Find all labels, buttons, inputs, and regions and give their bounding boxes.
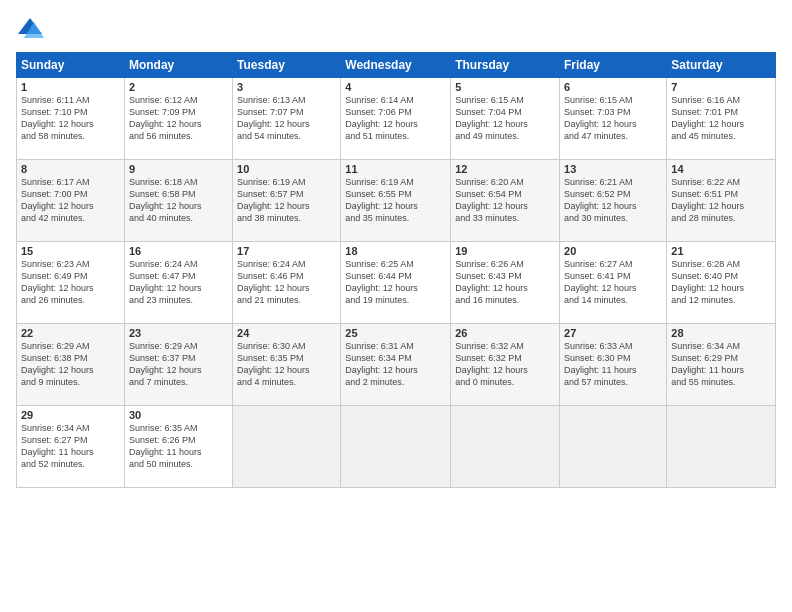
calendar-cell: 13Sunrise: 6:21 AMSunset: 6:52 PMDayligh… xyxy=(560,160,667,242)
calendar-cell: 26Sunrise: 6:32 AMSunset: 6:32 PMDayligh… xyxy=(451,324,560,406)
logo xyxy=(16,14,48,42)
calendar-cell: 2Sunrise: 6:12 AMSunset: 7:09 PMDaylight… xyxy=(124,78,232,160)
day-number: 16 xyxy=(129,245,228,257)
cell-info: Sunrise: 6:34 AMSunset: 6:27 PMDaylight:… xyxy=(21,422,120,471)
weekday-header-wednesday: Wednesday xyxy=(341,53,451,78)
calendar-cell: 18Sunrise: 6:25 AMSunset: 6:44 PMDayligh… xyxy=(341,242,451,324)
logo-icon xyxy=(16,14,44,42)
calendar-cell: 23Sunrise: 6:29 AMSunset: 6:37 PMDayligh… xyxy=(124,324,232,406)
calendar-week-5: 29Sunrise: 6:34 AMSunset: 6:27 PMDayligh… xyxy=(17,406,776,488)
day-number: 20 xyxy=(564,245,662,257)
calendar-cell xyxy=(341,406,451,488)
calendar-cell xyxy=(667,406,776,488)
cell-info: Sunrise: 6:29 AMSunset: 6:38 PMDaylight:… xyxy=(21,340,120,389)
cell-info: Sunrise: 6:25 AMSunset: 6:44 PMDaylight:… xyxy=(345,258,446,307)
cell-info: Sunrise: 6:34 AMSunset: 6:29 PMDaylight:… xyxy=(671,340,771,389)
cell-info: Sunrise: 6:21 AMSunset: 6:52 PMDaylight:… xyxy=(564,176,662,225)
calendar-cell: 25Sunrise: 6:31 AMSunset: 6:34 PMDayligh… xyxy=(341,324,451,406)
calendar-cell: 6Sunrise: 6:15 AMSunset: 7:03 PMDaylight… xyxy=(560,78,667,160)
day-number: 14 xyxy=(671,163,771,175)
calendar-cell: 9Sunrise: 6:18 AMSunset: 6:58 PMDaylight… xyxy=(124,160,232,242)
day-number: 9 xyxy=(129,163,228,175)
calendar-cell: 22Sunrise: 6:29 AMSunset: 6:38 PMDayligh… xyxy=(17,324,125,406)
calendar-cell: 7Sunrise: 6:16 AMSunset: 7:01 PMDaylight… xyxy=(667,78,776,160)
cell-info: Sunrise: 6:18 AMSunset: 6:58 PMDaylight:… xyxy=(129,176,228,225)
calendar-cell xyxy=(451,406,560,488)
cell-info: Sunrise: 6:14 AMSunset: 7:06 PMDaylight:… xyxy=(345,94,446,143)
day-number: 2 xyxy=(129,81,228,93)
weekday-header-tuesday: Tuesday xyxy=(233,53,341,78)
calendar-table: SundayMondayTuesdayWednesdayThursdayFrid… xyxy=(16,52,776,488)
day-number: 27 xyxy=(564,327,662,339)
calendar-cell: 16Sunrise: 6:24 AMSunset: 6:47 PMDayligh… xyxy=(124,242,232,324)
day-number: 3 xyxy=(237,81,336,93)
calendar-week-1: 1Sunrise: 6:11 AMSunset: 7:10 PMDaylight… xyxy=(17,78,776,160)
day-number: 30 xyxy=(129,409,228,421)
cell-info: Sunrise: 6:35 AMSunset: 6:26 PMDaylight:… xyxy=(129,422,228,471)
cell-info: Sunrise: 6:28 AMSunset: 6:40 PMDaylight:… xyxy=(671,258,771,307)
day-number: 5 xyxy=(455,81,555,93)
calendar-cell: 15Sunrise: 6:23 AMSunset: 6:49 PMDayligh… xyxy=(17,242,125,324)
calendar-cell xyxy=(233,406,341,488)
calendar-week-2: 8Sunrise: 6:17 AMSunset: 7:00 PMDaylight… xyxy=(17,160,776,242)
cell-info: Sunrise: 6:19 AMSunset: 6:57 PMDaylight:… xyxy=(237,176,336,225)
cell-info: Sunrise: 6:30 AMSunset: 6:35 PMDaylight:… xyxy=(237,340,336,389)
calendar-cell: 12Sunrise: 6:20 AMSunset: 6:54 PMDayligh… xyxy=(451,160,560,242)
calendar-cell: 27Sunrise: 6:33 AMSunset: 6:30 PMDayligh… xyxy=(560,324,667,406)
calendar-week-4: 22Sunrise: 6:29 AMSunset: 6:38 PMDayligh… xyxy=(17,324,776,406)
day-number: 10 xyxy=(237,163,336,175)
day-number: 7 xyxy=(671,81,771,93)
calendar-cell: 17Sunrise: 6:24 AMSunset: 6:46 PMDayligh… xyxy=(233,242,341,324)
calendar-cell: 4Sunrise: 6:14 AMSunset: 7:06 PMDaylight… xyxy=(341,78,451,160)
weekday-header-saturday: Saturday xyxy=(667,53,776,78)
weekday-header-sunday: Sunday xyxy=(17,53,125,78)
weekday-header-friday: Friday xyxy=(560,53,667,78)
day-number: 23 xyxy=(129,327,228,339)
day-number: 25 xyxy=(345,327,446,339)
cell-info: Sunrise: 6:22 AMSunset: 6:51 PMDaylight:… xyxy=(671,176,771,225)
calendar-cell: 19Sunrise: 6:26 AMSunset: 6:43 PMDayligh… xyxy=(451,242,560,324)
day-number: 26 xyxy=(455,327,555,339)
calendar-cell: 21Sunrise: 6:28 AMSunset: 6:40 PMDayligh… xyxy=(667,242,776,324)
day-number: 28 xyxy=(671,327,771,339)
calendar-week-3: 15Sunrise: 6:23 AMSunset: 6:49 PMDayligh… xyxy=(17,242,776,324)
header xyxy=(16,14,776,42)
day-number: 1 xyxy=(21,81,120,93)
calendar-cell: 20Sunrise: 6:27 AMSunset: 6:41 PMDayligh… xyxy=(560,242,667,324)
calendar-cell: 11Sunrise: 6:19 AMSunset: 6:55 PMDayligh… xyxy=(341,160,451,242)
day-number: 6 xyxy=(564,81,662,93)
calendar-cell: 1Sunrise: 6:11 AMSunset: 7:10 PMDaylight… xyxy=(17,78,125,160)
calendar-cell: 3Sunrise: 6:13 AMSunset: 7:07 PMDaylight… xyxy=(233,78,341,160)
cell-info: Sunrise: 6:17 AMSunset: 7:00 PMDaylight:… xyxy=(21,176,120,225)
day-number: 21 xyxy=(671,245,771,257)
calendar-cell: 8Sunrise: 6:17 AMSunset: 7:00 PMDaylight… xyxy=(17,160,125,242)
cell-info: Sunrise: 6:29 AMSunset: 6:37 PMDaylight:… xyxy=(129,340,228,389)
calendar-cell: 28Sunrise: 6:34 AMSunset: 6:29 PMDayligh… xyxy=(667,324,776,406)
cell-info: Sunrise: 6:31 AMSunset: 6:34 PMDaylight:… xyxy=(345,340,446,389)
day-number: 29 xyxy=(21,409,120,421)
cell-info: Sunrise: 6:32 AMSunset: 6:32 PMDaylight:… xyxy=(455,340,555,389)
cell-info: Sunrise: 6:15 AMSunset: 7:03 PMDaylight:… xyxy=(564,94,662,143)
calendar-cell: 30Sunrise: 6:35 AMSunset: 6:26 PMDayligh… xyxy=(124,406,232,488)
calendar-cell xyxy=(560,406,667,488)
day-number: 11 xyxy=(345,163,446,175)
day-number: 15 xyxy=(21,245,120,257)
calendar-cell: 10Sunrise: 6:19 AMSunset: 6:57 PMDayligh… xyxy=(233,160,341,242)
calendar-cell: 24Sunrise: 6:30 AMSunset: 6:35 PMDayligh… xyxy=(233,324,341,406)
cell-info: Sunrise: 6:11 AMSunset: 7:10 PMDaylight:… xyxy=(21,94,120,143)
cell-info: Sunrise: 6:13 AMSunset: 7:07 PMDaylight:… xyxy=(237,94,336,143)
calendar-cell: 5Sunrise: 6:15 AMSunset: 7:04 PMDaylight… xyxy=(451,78,560,160)
cell-info: Sunrise: 6:12 AMSunset: 7:09 PMDaylight:… xyxy=(129,94,228,143)
weekday-header-row: SundayMondayTuesdayWednesdayThursdayFrid… xyxy=(17,53,776,78)
weekday-header-thursday: Thursday xyxy=(451,53,560,78)
calendar-container: SundayMondayTuesdayWednesdayThursdayFrid… xyxy=(0,0,792,612)
day-number: 17 xyxy=(237,245,336,257)
day-number: 24 xyxy=(237,327,336,339)
cell-info: Sunrise: 6:20 AMSunset: 6:54 PMDaylight:… xyxy=(455,176,555,225)
cell-info: Sunrise: 6:19 AMSunset: 6:55 PMDaylight:… xyxy=(345,176,446,225)
calendar-cell: 29Sunrise: 6:34 AMSunset: 6:27 PMDayligh… xyxy=(17,406,125,488)
day-number: 12 xyxy=(455,163,555,175)
day-number: 19 xyxy=(455,245,555,257)
weekday-header-monday: Monday xyxy=(124,53,232,78)
cell-info: Sunrise: 6:26 AMSunset: 6:43 PMDaylight:… xyxy=(455,258,555,307)
